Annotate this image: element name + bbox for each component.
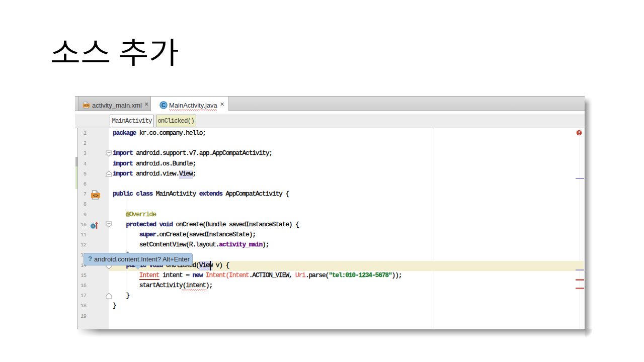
svg-text:C: C	[161, 102, 165, 108]
svg-text:<>: <>	[93, 193, 99, 198]
svg-text:<>: <>	[85, 104, 89, 108]
